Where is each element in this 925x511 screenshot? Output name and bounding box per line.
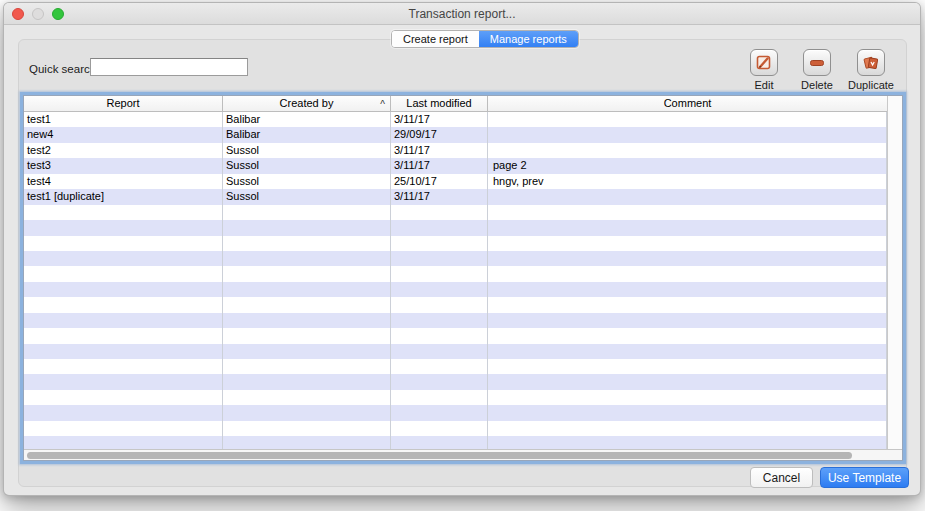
cell-comment [488,421,887,436]
cell-created-by: Sussol [223,174,391,189]
cell-last-modified [391,236,488,251]
column-header-report-label: Report [106,97,139,109]
vertical-scrollbar[interactable] [887,96,902,449]
cell-comment [488,390,887,405]
cell-comment [488,328,887,343]
tab-manage-reports[interactable]: Manage reports [479,31,578,47]
table-row[interactable]: test3Sussol3/11/17page 2 [24,158,887,173]
cell-report [24,374,223,389]
cell-comment [488,220,887,235]
cell-created-by [223,436,391,449]
minus-icon [808,54,826,72]
cancel-button[interactable]: Cancel [750,467,813,488]
column-header-last-modified-label: Last modified [406,97,471,109]
tab-create-report[interactable]: Create report [392,31,479,47]
table-row-empty[interactable] [24,328,887,343]
cell-comment [488,266,887,281]
table-row[interactable]: test1 [duplicate]Sussol3/11/17 [24,189,887,204]
cell-created-by: Balibar [223,112,391,127]
horizontal-scrollbar-thumb[interactable] [27,452,852,459]
cell-created-by [223,405,391,420]
table-row-empty[interactable] [24,359,887,374]
cell-report: test2 [24,143,223,158]
cell-report: test3 [24,158,223,173]
column-header-comment[interactable]: Comment [488,96,887,111]
cell-last-modified [391,390,488,405]
cell-created-by [223,297,391,312]
table-row-empty[interactable] [24,405,887,420]
table-row-empty[interactable] [24,390,887,405]
use-template-button[interactable]: Use Template [820,467,909,488]
transaction-report-window: Transaction report... Create report Mana… [3,2,921,496]
cell-created-by: Balibar [223,127,391,142]
table-row[interactable]: test1Balibar3/11/17 [24,112,887,127]
table-row[interactable]: test2Sussol3/11/17 [24,143,887,158]
tab-bar: Create report Manage reports [391,30,579,48]
edit-page-pencil-icon [755,54,773,72]
cell-last-modified [391,359,488,374]
cell-report [24,390,223,405]
column-header-report[interactable]: Report [24,96,223,111]
table-body: test1Balibar3/11/17new4Balibar29/09/17te… [24,112,887,449]
cell-comment: page 2 [488,158,887,173]
cell-comment [488,127,887,142]
cell-report [24,328,223,343]
table-row-empty[interactable] [24,251,887,266]
cell-created-by: Sussol [223,189,391,204]
table-row-empty[interactable] [24,344,887,359]
cell-comment [488,189,887,204]
cell-created-by [223,282,391,297]
cell-report: test4 [24,174,223,189]
cell-created-by [223,220,391,235]
cell-last-modified [391,266,488,281]
table-row-empty[interactable] [24,205,887,220]
table-row-empty[interactable] [24,297,887,312]
column-header-last-modified[interactable]: Last modified [391,96,488,111]
cell-last-modified [391,436,488,449]
cell-report: test1 [duplicate] [24,189,223,204]
table-row-empty[interactable] [24,421,887,436]
cell-report [24,359,223,374]
cell-report: test1 [24,112,223,127]
cell-created-by [223,266,391,281]
cell-last-modified: 29/09/17 [391,127,488,142]
cell-last-modified [391,282,488,297]
table-row-empty[interactable] [24,313,887,328]
cell-last-modified [391,297,488,312]
cell-report [24,251,223,266]
table-row-empty[interactable] [24,220,887,235]
cell-report [24,297,223,312]
table-row[interactable]: test4Sussol25/10/17hngv, prev [24,174,887,189]
title-bar: Transaction report... [4,3,920,25]
table-row-empty[interactable] [24,236,887,251]
reports-table: Report Created by ^ Last modified Commen… [23,95,903,461]
cell-created-by [223,251,391,266]
cell-last-modified: 3/11/17 [391,189,488,204]
cell-last-modified [391,405,488,420]
cell-report [24,205,223,220]
edit-button[interactable] [750,49,778,76]
cell-report [24,236,223,251]
table-row-empty[interactable] [24,282,887,297]
quick-search-input[interactable] [90,58,248,76]
cell-created-by [223,344,391,359]
cell-comment [488,205,887,220]
cell-created-by [223,421,391,436]
delete-button[interactable] [803,49,831,76]
cell-report [24,405,223,420]
cell-last-modified [391,251,488,266]
table-row[interactable]: new4Balibar29/09/17 [24,127,887,142]
cell-comment [488,344,887,359]
table-row-empty[interactable] [24,374,887,389]
table-row-empty[interactable] [24,436,887,449]
table-row-empty[interactable] [24,266,887,281]
cell-comment [488,236,887,251]
column-header-created-by[interactable]: Created by ^ [223,96,391,111]
cell-report [24,313,223,328]
cell-last-modified: 25/10/17 [391,174,488,189]
cell-last-modified [391,313,488,328]
duplicate-button[interactable] [857,49,885,76]
horizontal-scrollbar[interactable] [24,449,902,460]
stacked-pages-icon [862,54,880,72]
cell-created-by [223,328,391,343]
